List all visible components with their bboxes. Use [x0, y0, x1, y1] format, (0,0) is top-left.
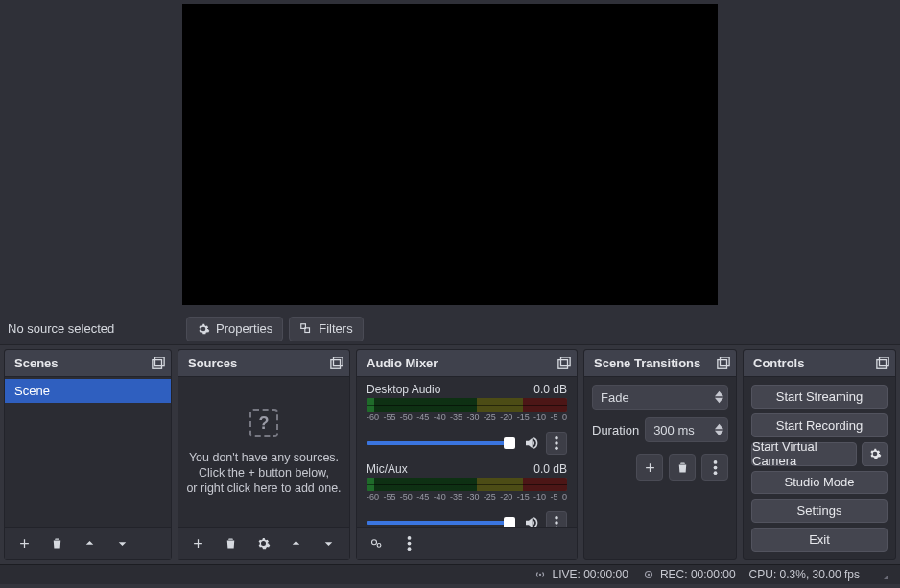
spinner-down-icon[interactable]	[715, 430, 723, 436]
mixer-menu-button[interactable]	[395, 530, 422, 557]
scenes-title: Scenes	[14, 356, 59, 370]
start-recording-button[interactable]: Start Recording	[751, 413, 888, 437]
undock-icon[interactable]	[330, 357, 343, 370]
transitions-dock: Scene Transitions Fade Duration 300 ms	[583, 349, 737, 560]
svg-rect-7	[561, 357, 571, 366]
channel-menu-button[interactable]	[546, 511, 567, 527]
undock-icon[interactable]	[152, 357, 165, 370]
preview-canvas[interactable]	[182, 4, 718, 305]
question-icon: ?	[249, 409, 278, 437]
svg-point-9	[555, 441, 558, 445]
start-streaming-button[interactable]: Start Streaming	[751, 385, 888, 409]
sources-empty-line2: Click the + button below,	[199, 466, 329, 480]
scene-move-down-button[interactable]	[108, 530, 135, 557]
add-scene-button[interactable]	[11, 530, 37, 557]
svg-point-8	[555, 436, 558, 440]
plus-icon	[191, 536, 205, 551]
controls-title: Controls	[753, 356, 804, 370]
source-properties-button[interactable]	[249, 530, 276, 557]
svg-point-13	[555, 527, 558, 528]
channel-menu-button[interactable]	[546, 432, 567, 455]
resize-grip[interactable]	[879, 570, 888, 579]
remove-transition-button[interactable]	[669, 454, 696, 481]
svg-rect-2	[153, 359, 162, 368]
sources-list[interactable]: ? You don't have any sources. Click the …	[178, 377, 349, 527]
mixer-header[interactable]: Audio Mixer	[357, 350, 577, 377]
chevron-down-icon[interactable]	[715, 397, 723, 404]
chevron-down-icon	[115, 536, 130, 551]
source-toolbar: No source selected Properties Filters	[0, 313, 900, 345]
remove-source-button[interactable]	[217, 530, 244, 557]
svg-point-17	[407, 542, 411, 546]
studio-mode-button[interactable]: Studio Mode	[751, 471, 888, 495]
audio-meter	[367, 478, 567, 491]
transition-selected-label: Fade	[601, 390, 629, 405]
duration-spinbox[interactable]: 300 ms	[645, 417, 728, 442]
svg-rect-24	[877, 359, 887, 368]
scenes-dock: Scenes Scene	[4, 349, 172, 560]
properties-button-label: Properties	[216, 321, 272, 336]
audio-mixer-dock: Audio Mixer Desktop Audio 0.0 dB -60-55-…	[356, 349, 578, 560]
scene-move-up-button[interactable]	[76, 530, 103, 557]
duration-value: 300 ms	[653, 423, 695, 437]
volume-slider[interactable]	[367, 521, 515, 525]
transitions-body: Fade Duration 300 ms	[584, 377, 736, 559]
scenes-list[interactable]: Scene	[5, 377, 171, 527]
svg-rect-6	[558, 359, 568, 368]
filters-button[interactable]: Filters	[289, 317, 363, 341]
duration-label: Duration	[592, 423, 639, 437]
kebab-icon	[708, 460, 722, 475]
chevron-up-icon[interactable]	[715, 390, 723, 397]
remove-scene-button[interactable]	[43, 530, 70, 557]
sources-title: Sources	[188, 356, 237, 370]
mute-button[interactable]	[523, 435, 540, 452]
svg-point-12	[555, 521, 558, 525]
audio-channel-name: Mic/Aux	[367, 462, 408, 476]
mixer-body: Desktop Audio 0.0 dB -60-55-50-45-40-35-…	[357, 377, 577, 527]
svg-point-11	[555, 516, 558, 520]
source-move-down-button[interactable]	[315, 530, 342, 557]
volume-slider[interactable]	[367, 441, 515, 445]
svg-rect-4	[331, 359, 341, 368]
mute-button[interactable]	[523, 514, 540, 527]
audio-channel-name: Desktop Audio	[367, 383, 440, 396]
scenes-header[interactable]: Scenes	[5, 350, 171, 377]
undock-icon[interactable]	[876, 357, 889, 370]
audio-channel: Mic/Aux 0.0 dB -60-55-50-45-40-35-30-25-…	[357, 457, 577, 527]
filters-icon	[299, 322, 313, 336]
gear-icon	[256, 536, 271, 551]
svg-point-21	[713, 460, 717, 464]
transition-select[interactable]: Fade	[592, 385, 728, 410]
kebab-icon	[402, 536, 416, 551]
add-transition-button[interactable]	[636, 454, 663, 481]
virtual-camera-settings-button[interactable]	[862, 442, 888, 466]
properties-button[interactable]: Properties	[186, 317, 283, 341]
exit-button[interactable]: Exit	[751, 528, 888, 552]
gear-icon	[197, 322, 210, 336]
svg-point-18	[407, 547, 411, 551]
advanced-audio-button[interactable]	[363, 530, 390, 557]
sources-header[interactable]: Sources	[178, 350, 349, 377]
source-move-up-button[interactable]	[282, 530, 309, 557]
dock-row: Scenes Scene Sources ? You don't have an…	[0, 345, 900, 564]
kebab-icon	[555, 516, 558, 527]
plus-icon	[643, 460, 657, 475]
trash-icon	[675, 460, 690, 475]
undock-icon[interactable]	[717, 357, 730, 370]
controls-header[interactable]: Controls	[744, 350, 895, 377]
transitions-title: Scene Transitions	[594, 356, 700, 370]
undock-icon[interactable]	[557, 357, 571, 370]
audio-meter	[367, 398, 567, 412]
settings-button[interactable]: Settings	[751, 499, 888, 523]
transitions-header[interactable]: Scene Transitions	[584, 350, 736, 377]
scene-item[interactable]: Scene	[5, 379, 171, 403]
spinner-up-icon[interactable]	[715, 423, 723, 430]
svg-rect-19	[718, 359, 727, 368]
start-virtual-camera-button[interactable]: Start Virtual Camera	[751, 442, 857, 466]
add-source-button[interactable]	[184, 530, 211, 557]
transition-menu-button[interactable]	[701, 454, 728, 481]
audio-channel-level: 0.0 dB	[533, 462, 567, 476]
svg-point-22	[713, 465, 717, 469]
selected-source-status: No source selected	[8, 321, 180, 336]
chevron-up-icon	[83, 536, 97, 551]
